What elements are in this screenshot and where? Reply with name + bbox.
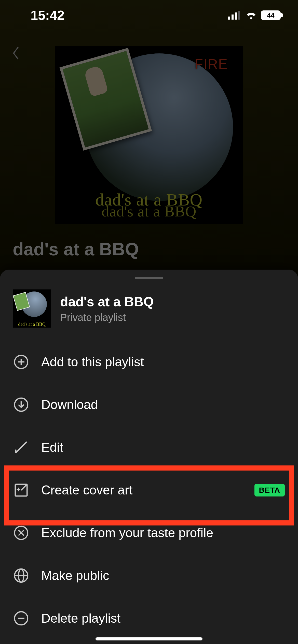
status-bar: 15:42 44 bbox=[0, 0, 298, 31]
svg-rect-0 bbox=[228, 17, 230, 20]
menu-label: Add to this playlist bbox=[41, 355, 285, 369]
menu-label: Exclude from your taste profile bbox=[41, 525, 285, 540]
menu-label: Download bbox=[41, 397, 285, 412]
menu-edit[interactable]: Edit bbox=[0, 426, 298, 469]
menu-delete-playlist[interactable]: Delete playlist bbox=[0, 597, 298, 640]
svg-rect-3 bbox=[238, 11, 240, 20]
beta-badge: BETA bbox=[254, 484, 285, 496]
globe-icon bbox=[13, 568, 29, 583]
menu-add-to-playlist[interactable]: Add to this playlist bbox=[0, 341, 298, 383]
wifi-icon bbox=[245, 11, 257, 20]
menu-create-cover-art[interactable]: Create cover art BETA bbox=[0, 469, 298, 511]
menu-label: Create cover art bbox=[41, 483, 242, 497]
svg-rect-2 bbox=[235, 12, 237, 20]
menu-download[interactable]: Download bbox=[0, 383, 298, 426]
context-menu-sheet: dad's at a BBQ dad's at a BBQ Private pl… bbox=[0, 270, 298, 644]
download-icon bbox=[13, 397, 29, 413]
pencil-icon bbox=[13, 440, 29, 455]
sparkle-edit-icon bbox=[13, 482, 29, 498]
menu-label: Make public bbox=[41, 568, 285, 583]
sheet-playlist-thumbnail: dad's at a BBQ bbox=[13, 289, 51, 328]
sheet-drag-handle[interactable] bbox=[135, 277, 163, 279]
battery-indicator: 44 bbox=[261, 10, 283, 20]
menu-label: Delete playlist bbox=[41, 611, 285, 626]
minus-circle-icon bbox=[13, 610, 29, 626]
sheet-playlist-title: dad's at a BBQ bbox=[60, 294, 154, 309]
status-time: 15:42 bbox=[31, 8, 64, 23]
menu-exclude-taste-profile[interactable]: Exclude from your taste profile bbox=[0, 511, 298, 554]
plus-circle-icon bbox=[13, 354, 29, 370]
battery-percent: 44 bbox=[267, 11, 275, 19]
menu-make-public[interactable]: Make public bbox=[0, 554, 298, 597]
sheet-playlist-subtitle: Private playlist bbox=[60, 312, 154, 323]
menu-label: Edit bbox=[41, 440, 285, 455]
cellular-icon bbox=[228, 11, 241, 20]
svg-rect-1 bbox=[232, 14, 234, 20]
sheet-header: dad's at a BBQ dad's at a BBQ Private pl… bbox=[0, 279, 298, 339]
x-circle-icon bbox=[13, 525, 29, 541]
home-indicator[interactable] bbox=[96, 637, 202, 640]
context-menu: Add to this playlist Download Edit Creat… bbox=[0, 339, 298, 640]
